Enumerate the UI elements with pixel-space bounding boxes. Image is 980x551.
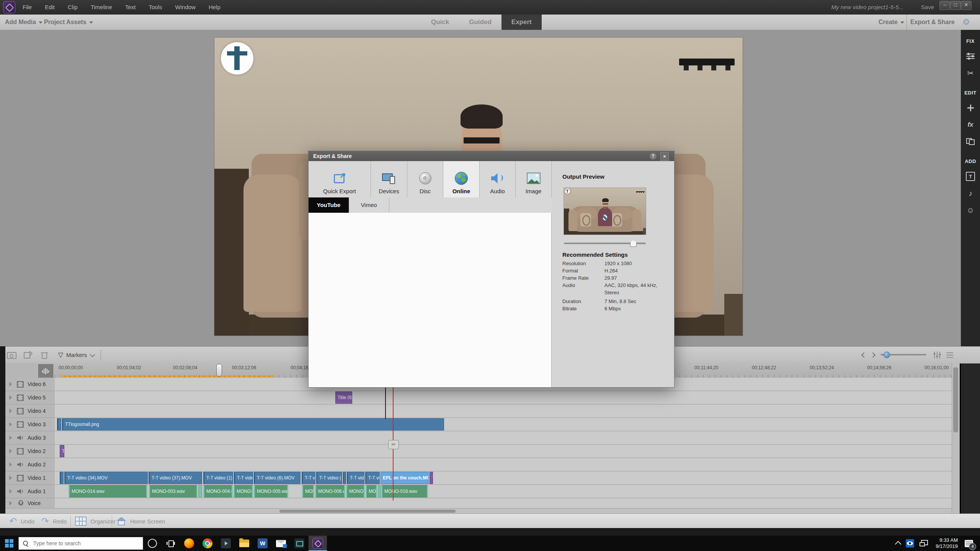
export-tab-quick-export[interactable]: Quick Export — [309, 161, 371, 197]
taskbar-app-media-app[interactable] — [217, 536, 235, 551]
taskbar-app-cortana[interactable] — [143, 536, 162, 551]
taskbar-app-premiere-elements[interactable] — [309, 536, 327, 551]
track-header[interactable]: Audio 3 — [5, 431, 56, 444]
delete-button[interactable] — [41, 347, 48, 363]
create-button[interactable]: Create — [879, 15, 904, 30]
clip[interactable]: T — [60, 472, 64, 484]
clip[interactable]: T-T video (1).M — [203, 472, 233, 484]
clip[interactable]: T-T vid — [302, 472, 315, 484]
taskbar-app-task-view[interactable] — [162, 536, 180, 551]
clip[interactable]: MONO-006.wa — [315, 485, 345, 497]
zoom-slider-handle[interactable] — [884, 352, 890, 358]
undo-button[interactable]: ↶ Undo — [9, 514, 34, 528]
track-header[interactable]: Video 5 — [5, 391, 56, 404]
clip[interactable]: T-T video (37).MOV — [149, 472, 202, 484]
add-media-button[interactable]: Add Media — [5, 15, 42, 30]
audio-mixer-button[interactable] — [933, 347, 941, 363]
network-icon[interactable] — [920, 540, 929, 547]
scrollbar-thumb[interactable] — [953, 367, 958, 432]
help-button[interactable]: ? — [650, 153, 657, 160]
menu-edit[interactable]: Edit — [38, 0, 61, 15]
menu-timeline[interactable]: Timeline — [84, 0, 119, 15]
mode-tab-guided[interactable]: Guided — [459, 15, 501, 30]
dialog-title-bar[interactable]: Export & Share ? × — [309, 151, 674, 161]
timeline-zoom-slider[interactable] — [880, 354, 926, 355]
taskbar-app-chrome[interactable] — [198, 536, 217, 551]
clip[interactable]: T-T video — [347, 472, 364, 484]
clip[interactable]: MONO-014.wav — [69, 485, 147, 497]
minimize-button[interactable]: – — [939, 1, 950, 10]
horizontal-scrollbar[interactable] — [5, 509, 952, 514]
rail-button-fx[interactable]: fx — [961, 116, 980, 133]
subtab-youtube[interactable]: YouTube — [309, 197, 349, 213]
menu-window[interactable]: Window — [169, 0, 202, 15]
rail-button-titles[interactable]: T — [961, 168, 980, 185]
home-screen-button[interactable]: Home Screen — [116, 514, 165, 528]
subtab-vimeo[interactable]: Vimeo — [349, 197, 389, 213]
export-share-button[interactable]: Export & Share — [910, 15, 955, 30]
clip[interactable]: T-T video (13) — [316, 472, 342, 484]
preview-scrub-slider[interactable] — [564, 240, 646, 246]
timeline-menu-button[interactable] — [946, 347, 953, 363]
rail-button-graphics[interactable]: ☺ — [961, 202, 980, 218]
clip[interactable]: T — [430, 472, 433, 484]
vertical-scrollbar[interactable] — [952, 363, 960, 514]
taskbar-app-explorer[interactable] — [235, 536, 253, 551]
slider-handle[interactable] — [630, 240, 637, 247]
track-lane[interactable] — [55, 404, 952, 417]
mode-tab-expert[interactable]: Expert — [501, 15, 542, 30]
rail-button-music[interactable]: ♪ — [961, 185, 980, 202]
dialog-close-button[interactable]: × — [660, 152, 669, 161]
expand-track-icon[interactable] — [9, 395, 12, 400]
redo-button[interactable]: ↷ Redo — [41, 514, 67, 528]
clip[interactable]: T-T video — [234, 472, 253, 484]
clip[interactable]: Title 09 — [335, 391, 352, 404]
track-header[interactable]: Voice — [5, 498, 56, 508]
expand-track-icon[interactable] — [9, 489, 12, 494]
track-header[interactable]: Video 1 — [5, 471, 56, 484]
track-lane[interactable]: T — [55, 445, 952, 458]
menu-tools[interactable]: Tools — [142, 0, 169, 15]
expand-track-icon[interactable] — [9, 382, 12, 386]
export-tab-disc[interactable]: Disc — [407, 161, 443, 197]
gear-icon[interactable]: ⚙ — [962, 17, 970, 27]
taskbar-app-mail[interactable] — [272, 536, 290, 551]
maximize-button[interactable]: □ — [950, 1, 961, 10]
clip[interactable]: T — [343, 472, 346, 484]
step-back-button[interactable] — [861, 347, 866, 363]
expand-track-icon[interactable] — [9, 462, 12, 467]
expand-track-icon[interactable] — [9, 449, 12, 453]
taskbar-app-word[interactable] — [253, 536, 272, 551]
expand-track-icon[interactable] — [9, 501, 12, 505]
taskbar-app-photos-app[interactable] — [290, 536, 309, 551]
track-header[interactable]: Audio 2 — [5, 458, 56, 471]
track-header[interactable]: Video 6 — [5, 378, 56, 391]
step-forward-button[interactable] — [871, 347, 876, 363]
close-button[interactable]: ✕ — [961, 1, 972, 10]
track-header[interactable]: Video 3 — [5, 418, 56, 431]
track-lane[interactable]: Title 09 — [55, 391, 952, 404]
track-lane[interactable]: MONO-014.wavMONO-003.wavMONO-004.waMONO-… — [55, 485, 952, 498]
clip[interactable]: T — [60, 445, 64, 457]
expand-track-icon[interactable] — [9, 435, 12, 440]
taskbar-search[interactable] — [18, 537, 143, 550]
playhead-handle[interactable] — [216, 364, 222, 377]
markers-dropdown[interactable]: ▽ Markers — [58, 347, 94, 363]
track-header[interactable]: Video 4 — [5, 404, 56, 417]
export-tab-audio[interactable]: Audio — [480, 161, 516, 197]
clip[interactable]: T-T video (34).MOV — [64, 472, 148, 484]
track-header[interactable]: Audio 1 — [5, 485, 56, 498]
clip[interactable]: MONO — [366, 485, 377, 497]
expand-track-icon[interactable] — [9, 409, 12, 413]
track-lane[interactable]: TTTlogosmall.png — [55, 418, 952, 431]
clip[interactable]: EPL on the couch.MOV — [381, 472, 429, 484]
clip[interactable]: T-T vide — [365, 472, 380, 484]
clip[interactable]: MONO-016.wav — [381, 485, 428, 497]
track-lane[interactable]: TT-T video (34).MOVT-T video (37).MOVT-T… — [55, 471, 952, 484]
track-lane[interactable] — [55, 498, 952, 508]
organizer-button[interactable]: Organizer — [75, 514, 116, 528]
clip[interactable]: MONO — [302, 485, 314, 497]
track-lane[interactable] — [55, 458, 952, 471]
menu-clip[interactable]: Clip — [61, 0, 84, 15]
clip[interactable]: T-T video (6).MOV — [254, 472, 301, 484]
